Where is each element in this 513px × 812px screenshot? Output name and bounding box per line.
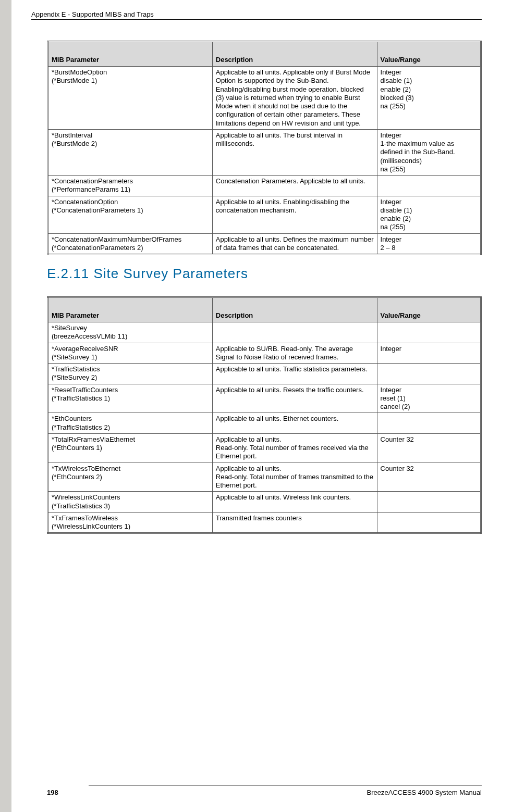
cell-range: Counter 32 bbox=[377, 463, 481, 492]
col-header-range: Value/Range bbox=[377, 42, 481, 67]
cell-desc: Applicable to all units. Traffic statist… bbox=[212, 364, 377, 384]
manual-title: BreezeACCESS 4900 System Manual bbox=[367, 789, 482, 796]
cell-desc: Applicable to all units. Read-only. Tota… bbox=[212, 463, 377, 492]
cell-range: Integer disable (1) enable (2) blocked (… bbox=[377, 67, 481, 130]
cell-range bbox=[377, 512, 481, 533]
table-row: *TxFramesToWireless (*WirelessLinkCounte… bbox=[48, 512, 481, 533]
col-header-range: Value/Range bbox=[377, 297, 481, 322]
cell-desc: Applicable to all units. Enabling/disabl… bbox=[212, 196, 377, 233]
table-row: *BurstInterval (*BurstMode 2)Applicable … bbox=[48, 129, 481, 175]
table-row: *SiteSurvey (breezeAccessVLMib 11) bbox=[48, 322, 481, 343]
cell-param: *BurstModeOption (*BurstMode 1) bbox=[48, 67, 213, 130]
cell-param: *ConcatenationMaximumNumberOfFrames (*Co… bbox=[48, 233, 213, 255]
footer-rule bbox=[89, 785, 482, 785]
col-header-desc: Description bbox=[212, 297, 377, 322]
cell-param: *WirelessLinkCounters (*TrafficStatistic… bbox=[48, 492, 213, 513]
cell-param: *ConcatenationParameters (*PerformancePa… bbox=[48, 176, 213, 196]
cell-range bbox=[377, 176, 481, 196]
cell-desc: Applicable to all units. Resets the traf… bbox=[212, 384, 377, 413]
col-header-desc: Description bbox=[212, 42, 377, 67]
cell-param: *TrafficStatistics (*SiteSurvey 2) bbox=[48, 364, 213, 384]
cell-param: *BurstInterval (*BurstMode 2) bbox=[48, 129, 213, 175]
cell-range: Integer 2 – 8 bbox=[377, 233, 481, 255]
cell-range: Integer bbox=[377, 343, 481, 364]
cell-param: *TxFramesToWireless (*WirelessLinkCounte… bbox=[48, 512, 213, 533]
cell-desc: Applicable to all units. Read-only. Tota… bbox=[212, 433, 377, 463]
col-header-param: MIB Parameter bbox=[48, 42, 213, 67]
mib-table-1: MIB Parameter Description Value/Range *B… bbox=[47, 41, 482, 255]
left-decorative-bar bbox=[0, 0, 11, 812]
table-row: *ConcatenationMaximumNumberOfFrames (*Co… bbox=[48, 233, 481, 255]
cell-desc: Concatenation Parameters. Applicable to … bbox=[212, 176, 377, 196]
table-row: *EthCounters (*TrafficStatistics 2)Appli… bbox=[48, 413, 481, 434]
cell-range bbox=[377, 413, 481, 434]
table1-body: *BurstModeOption (*BurstMode 1)Applicabl… bbox=[48, 67, 481, 255]
cell-desc: Applicable to all units. Applicable only… bbox=[212, 67, 377, 130]
col-header-param: MIB Parameter bbox=[48, 297, 213, 322]
cell-desc: Applicable to all units. Defines the max… bbox=[212, 233, 377, 255]
cell-param: *AverageReceiveSNR (*SiteSurvey 1) bbox=[48, 343, 213, 364]
cell-range: Integer 1-the maximum value as defined i… bbox=[377, 129, 481, 175]
table-row: *AverageReceiveSNR (*SiteSurvey 1)Applic… bbox=[48, 343, 481, 364]
page-number: 198 bbox=[47, 789, 58, 796]
cell-range: Integer disable (1) enable (2) na (255) bbox=[377, 196, 481, 233]
table-header-row: MIB Parameter Description Value/Range bbox=[48, 42, 481, 67]
cell-desc: Transmitted frames counters bbox=[212, 512, 377, 533]
cell-param: *EthCounters (*TrafficStatistics 2) bbox=[48, 413, 213, 434]
table2-body: *SiteSurvey (breezeAccessVLMib 11)*Avera… bbox=[48, 322, 481, 533]
cell-range bbox=[377, 492, 481, 513]
page-header-title: Appendix E - Supported MIBS and Traps bbox=[31, 10, 482, 18]
cell-range: Counter 32 bbox=[377, 433, 481, 463]
cell-desc: Applicable to all units. Wireless link c… bbox=[212, 492, 377, 513]
table-row: *TxWirelessToEthernet (*EthCounters 2)Ap… bbox=[48, 463, 481, 492]
cell-param: *SiteSurvey (breezeAccessVLMib 11) bbox=[48, 322, 213, 343]
cell-desc: Applicable to SU/RB. Read-only. The aver… bbox=[212, 343, 377, 364]
cell-range bbox=[377, 364, 481, 384]
table-row: *TrafficStatistics (*SiteSurvey 2)Applic… bbox=[48, 364, 481, 384]
table-row: *ConcatenationParameters (*PerformancePa… bbox=[48, 176, 481, 196]
page-footer: 198 BreezeACCESS 4900 System Manual bbox=[47, 785, 482, 796]
table-row: *ConcatenationOption (*ConcatenationPara… bbox=[48, 196, 481, 233]
cell-param: *ConcatenationOption (*ConcatenationPara… bbox=[48, 196, 213, 233]
cell-param: *TotalRxFramesViaEthernet (*EthCounters … bbox=[48, 433, 213, 463]
cell-range: Integer reset (1) cancel (2) bbox=[377, 384, 481, 413]
cell-param: *TxWirelessToEthernet (*EthCounters 2) bbox=[48, 463, 213, 492]
cell-desc: Applicable to all units. The burst inter… bbox=[212, 129, 377, 175]
table-row: *ResetTrafficCounters (*TrafficStatistic… bbox=[48, 384, 481, 413]
table-header-row: MIB Parameter Description Value/Range bbox=[48, 297, 481, 322]
section-heading: E.2.11 Site Survey Parameters bbox=[47, 266, 482, 282]
cell-desc: Applicable to all units. Ethernet counte… bbox=[212, 413, 377, 434]
table-row: *BurstModeOption (*BurstMode 1)Applicabl… bbox=[48, 67, 481, 130]
header-rule bbox=[31, 19, 482, 20]
cell-range bbox=[377, 322, 481, 343]
mib-table-2: MIB Parameter Description Value/Range *S… bbox=[47, 296, 482, 534]
table-row: *WirelessLinkCounters (*TrafficStatistic… bbox=[48, 492, 481, 513]
cell-param: *ResetTrafficCounters (*TrafficStatistic… bbox=[48, 384, 213, 413]
table-row: *TotalRxFramesViaEthernet (*EthCounters … bbox=[48, 433, 481, 463]
cell-desc bbox=[212, 322, 377, 343]
